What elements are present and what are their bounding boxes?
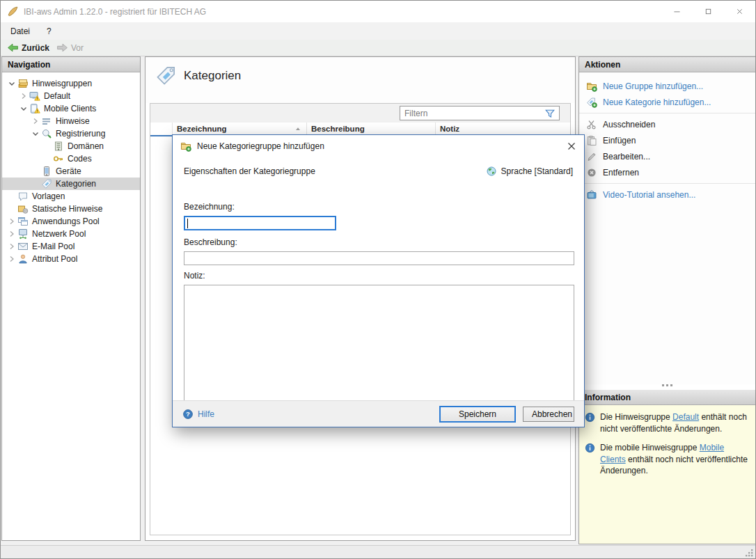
back-icon [7, 42, 19, 54]
chevron-expanded-icon[interactable] [18, 103, 29, 114]
close-button[interactable] [724, 1, 755, 22]
actions-divider [579, 113, 755, 113]
bezeichnung-input[interactable] [184, 216, 336, 230]
chevron-collapsed-icon[interactable] [6, 228, 17, 239]
tree-item-label: Netzwerk Pool [32, 229, 86, 239]
add-category-group-dialog: Neue Kategoriegruppe hinzufügen Eigensch… [172, 134, 585, 427]
resize-grip[interactable] [745, 549, 754, 558]
navigation-tree: HinweisgruppenDefaultMobile ClientsHinwe… [2, 72, 140, 265]
tree-item-domänen[interactable]: Domänen [2, 140, 140, 152]
action-ausschneiden[interactable]: Ausschneiden [579, 116, 755, 132]
info-text: Die mobile Hinweisgruppe Mobile Clients … [600, 442, 750, 477]
action-neue-gruppe-hinzufügen[interactable]: Neue Gruppe hinzufügen... [579, 78, 755, 94]
information-header: Information [579, 390, 755, 405]
help-link[interactable]: ? Hilfe [182, 409, 214, 420]
maximize-button[interactable] [693, 1, 724, 22]
panel-splitter-handle[interactable] [579, 384, 755, 386]
remove-icon [586, 167, 597, 178]
chevron-collapsed-icon[interactable] [6, 241, 17, 252]
chevron-collapsed-icon[interactable] [18, 90, 29, 102]
action-label: Video-Tutorial ansehen... [603, 190, 695, 200]
navigation-panel: Navigation HinweisgruppenDefaultMobile C… [1, 56, 141, 541]
monitor-warning-icon [29, 90, 40, 102]
action-neue-kategorie-hinzufügen[interactable]: Neue Kategorie hinzufügen... [579, 94, 755, 110]
expander-slot [42, 141, 53, 152]
help-icon: ? [182, 409, 194, 420]
tree-item-hinweisgruppen[interactable]: Hinweisgruppen [2, 77, 140, 90]
info-icon [585, 412, 595, 423]
actions-header: Aktionen [579, 57, 755, 72]
dialog-titlebar: Neue Kategoriegruppe hinzufügen [173, 135, 584, 157]
tree-item-geräte[interactable]: Geräte [2, 165, 140, 178]
globe-icon [486, 166, 497, 177]
action-video-tutorial-ansehen[interactable]: Video-Tutorial ansehen... [579, 187, 755, 203]
tree-item-label: Codes [68, 154, 92, 164]
expander-slot [42, 153, 53, 164]
beschreibung-input[interactable] [184, 252, 574, 265]
svg-text:?: ? [186, 410, 190, 418]
action-einfügen[interactable]: Einfügen [579, 132, 755, 148]
info-text-part: Die mobile Hinweisgruppe [600, 443, 700, 452]
tree-item-default[interactable]: Default [2, 90, 140, 102]
info-link-default[interactable]: Default [672, 412, 699, 422]
forward-button[interactable]: Vor [53, 40, 87, 55]
notiz-field-wrap [184, 285, 574, 407]
tree-item-kategorien[interactable]: Kategorien [2, 178, 140, 190]
tree-item-label: Hinweise [56, 116, 90, 126]
chevron-collapsed-icon[interactable] [6, 216, 17, 227]
app-icon [7, 6, 19, 17]
info-item: Die mobile Hinweisgruppe Mobile Clients … [585, 442, 750, 477]
tree-item-codes[interactable]: Codes [2, 152, 140, 165]
info-icon [585, 443, 595, 453]
tree-item-label: Domänen [68, 141, 104, 151]
save-button[interactable]: Speichern [439, 406, 516, 423]
filter-input[interactable] [400, 109, 544, 118]
filter-box [400, 106, 560, 120]
window-controls [661, 1, 755, 22]
menu-help[interactable]: ? [40, 24, 58, 39]
action-bearbeiten[interactable]: Bearbeiten... [579, 148, 755, 164]
tree-item-mobile-clients[interactable]: Mobile Clients [2, 102, 140, 115]
menu-datei[interactable]: Datei [3, 24, 37, 39]
expander-slot [30, 166, 41, 177]
edit-icon [586, 151, 597, 162]
tree-item-anwendungs-pool[interactable]: Anwendungs Pool [2, 215, 140, 228]
help-label: Hilfe [198, 409, 214, 419]
tree-item-hinweise[interactable]: Hinweise [2, 115, 140, 127]
column-beschreibung[interactable]: Beschreibung [307, 123, 436, 135]
actions-list: Neue Gruppe hinzufügen...Neue Kategorie … [579, 72, 755, 384]
tree-item-vorlagen[interactable]: Vorlagen [2, 190, 140, 203]
menubar: Datei ? [1, 22, 755, 40]
tree-item-statische-hinweise[interactable]: Statische Hinweise [2, 203, 140, 215]
column-notiz[interactable]: Notiz [436, 123, 570, 135]
tree-item-registrierung[interactable]: Registrierung [2, 127, 140, 140]
action-entfernen[interactable]: Entfernen [579, 164, 755, 180]
dialog-close-button[interactable] [566, 141, 577, 152]
filter-icon[interactable] [544, 108, 556, 119]
dialog-title: Neue Kategoriegruppe hinzufügen [197, 141, 324, 151]
action-label: Neue Kategorie hinzufügen... [603, 97, 711, 107]
back-button[interactable]: Zurück [3, 40, 53, 55]
chevron-expanded-icon[interactable] [30, 128, 41, 139]
action-label: Ausschneiden [603, 120, 655, 129]
tree-item-label: Kategorien [56, 179, 96, 189]
notiz-textarea[interactable] [184, 285, 574, 407]
chevron-expanded-icon[interactable] [6, 78, 17, 89]
tree-item-netzwerk-pool[interactable]: Netzwerk Pool [2, 228, 140, 240]
mobile-warning-icon [29, 103, 40, 114]
bezeichnung-field-wrap [184, 216, 336, 230]
column-bezeichnung[interactable]: Bezeichnung [173, 123, 307, 135]
chevron-collapsed-icon[interactable] [30, 116, 41, 127]
template-icon [17, 191, 29, 202]
language-label: Sprache [Standard] [501, 166, 573, 176]
tree-item-attribut-pool[interactable]: Attribut Pool [2, 253, 140, 265]
tree-item-e-mail-pool[interactable]: E-Mail Pool [2, 240, 140, 253]
expander-slot [6, 203, 17, 214]
cancel-button[interactable]: Abbrechen [523, 407, 574, 422]
chevron-collapsed-icon[interactable] [6, 253, 17, 265]
right-panel: Aktionen Neue Gruppe hinzufügen...Neue K… [578, 56, 756, 544]
minimize-button[interactable] [661, 1, 693, 22]
tree-item-label: Geräte [56, 166, 81, 176]
tag-icon [41, 178, 52, 189]
language-selector[interactable]: Sprache [Standard] [486, 166, 573, 177]
